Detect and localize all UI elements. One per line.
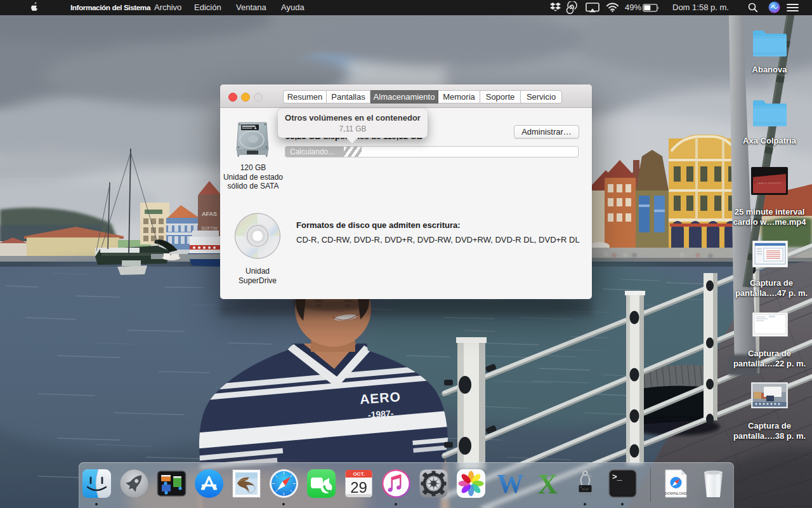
svg-text:OCT.: OCT. <box>353 471 364 477</box>
svg-text:PIC16F: PIC16F <box>582 488 588 491</box>
svg-text:-1987-: -1987- <box>367 408 394 420</box>
svg-text:>_: >_ <box>612 472 622 482</box>
svg-text:AERO: AERO <box>359 389 401 406</box>
svg-text:X: X <box>537 469 558 498</box>
svg-text:W: W <box>497 469 523 498</box>
svg-text:CARDIO WORKOUT: CARDIO WORKOUT <box>757 182 782 185</box>
svg-text:DOWNLOAD: DOWNLOAD <box>664 491 687 495</box>
svg-text:29: 29 <box>350 479 367 496</box>
